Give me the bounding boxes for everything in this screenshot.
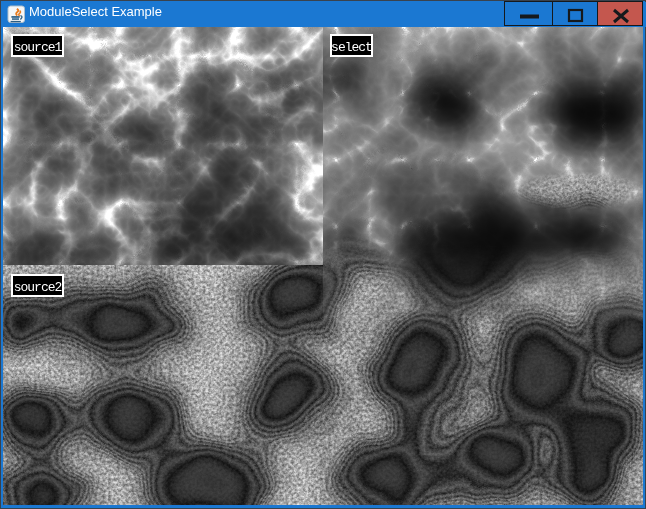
svg-text:source2: source2 (14, 280, 62, 295)
svg-text:select: select (331, 40, 372, 55)
svg-text:source1: source1 (14, 40, 63, 55)
